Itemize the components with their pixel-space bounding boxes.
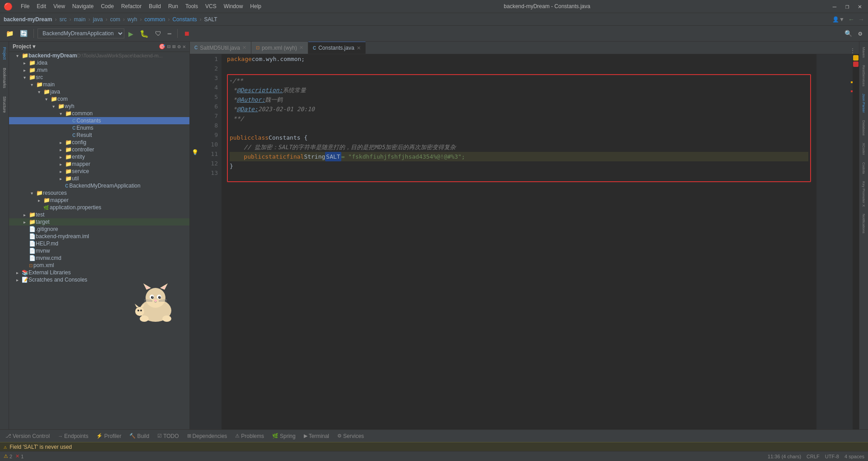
tree-resources[interactable]: ▾ 📁 resources [9, 189, 189, 197]
tree-settings-icon[interactable]: ⚙ [178, 43, 181, 50]
tree-wyh[interactable]: ▾ 📁 wyh [9, 103, 189, 110]
tree-java[interactable]: ▾ 📁 java [9, 88, 189, 95]
back-icon[interactable]: ← [848, 16, 854, 23]
debug-button[interactable]: 🐛 [137, 28, 151, 39]
minimize-button[interactable]: — [830, 3, 839, 10]
json-parser-icon[interactable]: Json Parser [861, 90, 867, 117]
tree-res-mapper[interactable]: ▸ 📁 mapper [9, 197, 189, 204]
project-dropdown[interactable]: Project ▾ [13, 43, 35, 50]
tree-target[interactable]: ▸ 📁 target [9, 218, 189, 226]
tree-gitignore[interactable]: 📄 .gitignore [9, 226, 189, 233]
code-editor[interactable]: package com.wyh.common; ▾ /** * @De [222, 54, 816, 429]
window-controls[interactable]: — ❐ ✕ [830, 3, 864, 10]
bottom-tab-endpoints[interactable]: → Endpoints [54, 432, 92, 441]
bottom-tab-todo[interactable]: ☑ TODO [154, 432, 182, 441]
stop-button[interactable]: ⏹ [181, 28, 192, 38]
breadcrumb-constants[interactable]: Constants [172, 16, 197, 23]
structure-icon[interactable]: Structure [1, 93, 8, 117]
run-button[interactable]: ▶ [126, 28, 136, 40]
key-promoter-icon[interactable]: Key Promoter X [861, 178, 867, 210]
tree-test[interactable]: ▸ 📁 test [9, 211, 189, 218]
tree-controller[interactable]: ▸ 📁 controller [9, 146, 189, 153]
menu-run[interactable]: Run [165, 2, 181, 10]
tree-pom[interactable]: ⊡ pom.xml [9, 262, 189, 269]
maven-icon[interactable]: Maven [861, 43, 867, 61]
menu-refactor[interactable]: Refactor [118, 2, 144, 10]
tree-mapper[interactable]: ▸ 📁 mapper [9, 160, 189, 168]
tree-result[interactable]: C Result [9, 132, 189, 139]
bookmarks-icon[interactable]: Bookmarks [1, 64, 8, 92]
forward-icon[interactable]: → [858, 16, 864, 23]
editor-content[interactable]: 💡 1 2 3 4 5 6 7 8 9 10 11 12 13 [190, 54, 859, 429]
tree-iml[interactable]: 📄 backend-mydream.iml [9, 233, 189, 240]
xcoder-icon[interactable]: XCoder [861, 139, 867, 159]
tree-collapse-icon[interactable]: ⊟ [167, 43, 170, 50]
menu-edit[interactable]: Edit [34, 2, 49, 10]
bottom-tab-build[interactable]: 🔨 Build [126, 432, 153, 441]
maximize-button[interactable]: ❐ [843, 3, 852, 10]
toolbar-project-icon[interactable]: 📁 [4, 28, 16, 38]
tab-saltmd5util[interactable]: C SaltMD5Util.java ✕ [190, 42, 251, 54]
breadcrumb-java[interactable]: java [93, 16, 103, 23]
breadcrumb-main[interactable]: main [74, 16, 85, 23]
tree-enums[interactable]: C Enums [9, 124, 189, 132]
bottom-tab-spring[interactable]: 🌿 Spring [269, 432, 299, 441]
coverage-button[interactable]: 🛡 [153, 28, 164, 38]
bottom-tab-terminal[interactable]: ▶ Terminal [300, 432, 333, 441]
tab-overflow-icon[interactable]: ⋮ [850, 47, 855, 54]
vcs-icon[interactable]: 👤▼ [832, 16, 844, 23]
menu-view[interactable]: View [51, 2, 68, 10]
bottom-tab-problems[interactable]: ⚠ Problems [231, 432, 268, 441]
tree-main[interactable]: ▾ 📁 main [9, 81, 189, 88]
run-config-selector[interactable]: BackendMyDreamApplication [38, 28, 124, 38]
tree-service[interactable]: ▸ 📁 service [9, 168, 189, 175]
menu-help[interactable]: Help [247, 2, 264, 10]
breadcrumb-project[interactable]: backend-myDream [4, 16, 52, 23]
database-icon[interactable]: Database [861, 117, 867, 139]
bottom-tab-dependencies[interactable]: ⊞ Dependencies [184, 432, 231, 441]
tab-pomxml[interactable]: ⊡ pom.xml (wyh) ✕ [251, 42, 308, 54]
project-icon[interactable]: Project [1, 43, 8, 63]
bottom-tab-vcs[interactable]: ⎇ Version Control [2, 432, 53, 441]
menu-code[interactable]: Code [98, 2, 117, 10]
status-warnings[interactable]: ⚠ 2 ✕ 1 [4, 453, 24, 459]
menu-vcs[interactable]: VCS [203, 2, 219, 10]
tree-idea[interactable]: ▸ 📁 .idea [9, 59, 189, 66]
close-button[interactable]: ✕ [855, 3, 864, 10]
toolbar-more[interactable]: ⋯ [165, 28, 174, 38]
bottom-tab-profiler[interactable]: ⚡ Profiler [93, 432, 125, 441]
tree-expand-icon[interactable]: ⊞ [172, 43, 175, 50]
tree-app-class[interactable]: C BackendMyDreamApplication [9, 182, 189, 189]
rest-services-icon[interactable]: RestServices [861, 61, 867, 90]
tree-locate-icon[interactable]: 🎯 [159, 43, 165, 50]
breadcrumb-com[interactable]: com [110, 16, 120, 23]
tree-config[interactable]: ▸ 📁 config [9, 139, 189, 146]
menu-navigate[interactable]: Navigate [70, 2, 96, 10]
tree-util[interactable]: ▸ 📁 util [9, 175, 189, 182]
tree-com[interactable]: ▾ 📁 com [9, 95, 189, 103]
tab-saltmd5util-close[interactable]: ✕ [242, 45, 246, 51]
tree-close-icon[interactable]: ✕ [183, 43, 186, 50]
tab-constants-close[interactable]: ✕ [357, 45, 361, 51]
status-indent[interactable]: 4 spaces [844, 454, 864, 459]
menu-build[interactable]: Build [146, 2, 164, 10]
breadcrumb-wyh[interactable]: wyh [127, 16, 137, 23]
tree-help[interactable]: 📄 HELP.md [9, 240, 189, 247]
tab-constants[interactable]: C Constants.java ✕ [308, 42, 366, 54]
breadcrumb-src[interactable]: src [59, 16, 66, 23]
toolbar-sync-icon[interactable]: 🔄 [18, 28, 30, 38]
tree-mvnw[interactable]: 📄 mvnw [9, 247, 189, 254]
tree-constants[interactable]: C Constants [9, 117, 189, 124]
tree-mvn[interactable]: ▸ 📁 .mvn [9, 66, 189, 74]
tree-src[interactable]: ▾ 📁 src [9, 74, 189, 81]
bottom-tab-services[interactable]: ⚙ Services [334, 432, 368, 441]
tree-mvnw-cmd[interactable]: 📄 mvnw.cmd [9, 254, 189, 262]
tab-pomxml-close[interactable]: ✕ [299, 45, 303, 51]
notifications-icon[interactable]: Notifications [861, 210, 867, 237]
status-encoding[interactable]: UTF-8 [825, 454, 839, 459]
menu-window[interactable]: Window [221, 2, 246, 10]
tree-entity[interactable]: ▸ 📁 entity [9, 153, 189, 160]
tree-external-libs[interactable]: ▸ 📚 External Libraries [9, 269, 189, 276]
menu-tools[interactable]: Tools [183, 2, 201, 10]
toolbar-search[interactable]: 🔍 [842, 28, 854, 38]
